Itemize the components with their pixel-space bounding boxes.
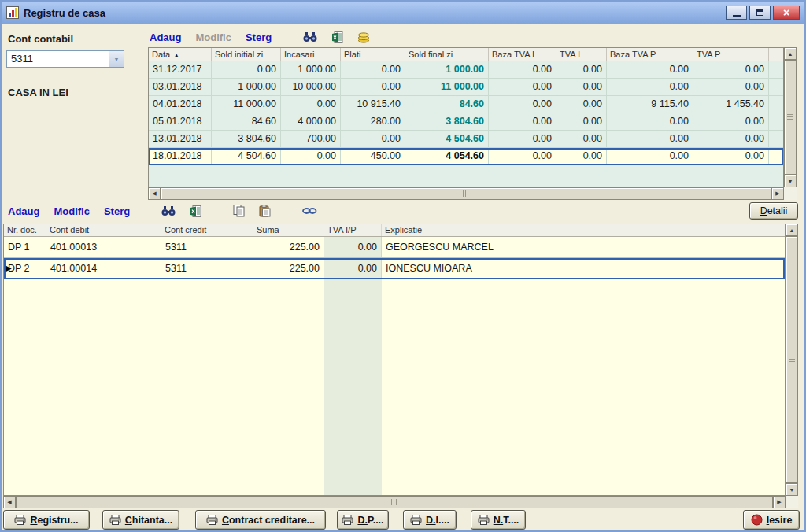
col-header-baza-tva-p[interactable]: Baza TVA P bbox=[607, 48, 693, 61]
col-header-explicatie[interactable]: Explicatie bbox=[382, 224, 785, 236]
scroll-left-button[interactable]: ◀ bbox=[3, 496, 16, 508]
scroll-right-button[interactable]: ▶ bbox=[771, 187, 784, 200]
arrow-down-icon: ▼ bbox=[789, 487, 795, 493]
add-link[interactable]: Adaug bbox=[150, 31, 181, 43]
print-contract-creditare-button[interactable]: Contract creditare... bbox=[195, 510, 326, 530]
paste-icon[interactable] bbox=[259, 205, 271, 217]
button-label: Chitanta... bbox=[125, 515, 172, 526]
table-row-selected[interactable]: ▶ DP 2 401.00014 5311 225.00 0.00 IONESC… bbox=[4, 258, 785, 279]
top-table-hscrollbar[interactable]: ◀ ▶ bbox=[148, 187, 784, 200]
account-combobox[interactable]: 5311 ▼ bbox=[6, 50, 124, 68]
cell: 5311 bbox=[161, 237, 253, 257]
col-header-plati[interactable]: Plati bbox=[341, 48, 405, 61]
edit-link[interactable]: Modific bbox=[195, 31, 231, 43]
edit-link[interactable]: Modific bbox=[54, 205, 90, 217]
scroll-up-button[interactable]: ▲ bbox=[786, 224, 798, 236]
scrollbar-corner bbox=[784, 187, 797, 200]
delete-link[interactable]: Sterg bbox=[104, 205, 130, 217]
col-header-tva-i[interactable]: TVA I bbox=[556, 48, 607, 61]
account-label: Cont contabil bbox=[8, 33, 73, 45]
cell: 0.00 bbox=[324, 258, 382, 279]
account-name-label: CASA IN LEI bbox=[8, 87, 68, 98]
col-header-baza-tva-i[interactable]: Baza TVA I bbox=[489, 48, 556, 61]
documents-hscrollbar[interactable]: ◀ ▶ bbox=[3, 496, 786, 508]
cell: 0.00 bbox=[556, 113, 607, 130]
details-button[interactable]: Detalii bbox=[749, 202, 798, 220]
cell: 0.00 bbox=[489, 79, 556, 95]
maximize-button[interactable] bbox=[749, 6, 771, 20]
combo-dropdown-button[interactable]: ▼ bbox=[109, 51, 124, 67]
documents-vscrollbar[interactable]: ▲ ▼ bbox=[786, 224, 798, 496]
scroll-down-button[interactable]: ▼ bbox=[786, 483, 798, 496]
cell: 0.00 bbox=[693, 148, 769, 164]
cash-coins-icon[interactable] bbox=[357, 31, 370, 43]
title-bar[interactable]: Registru de casa × bbox=[2, 2, 804, 24]
scroll-right-button[interactable]: ▶ bbox=[773, 496, 786, 508]
table-row[interactable]: 04.01.2018 11 000.00 0.00 10 915.40 84.6… bbox=[149, 96, 783, 113]
col-header-sold-initial[interactable]: Sold initial zi bbox=[212, 48, 281, 61]
excel-export-icon[interactable] bbox=[331, 31, 343, 43]
scroll-left-button[interactable]: ◀ bbox=[148, 187, 161, 200]
copy-icon[interactable] bbox=[233, 205, 245, 217]
excel-export-icon[interactable] bbox=[190, 205, 202, 217]
vscroll-thumb[interactable] bbox=[784, 60, 797, 175]
close-button[interactable]: × bbox=[773, 6, 800, 20]
scroll-up-button[interactable]: ▲ bbox=[784, 47, 797, 60]
thumb-grip bbox=[463, 190, 470, 197]
printer-icon bbox=[206, 515, 218, 525]
add-link[interactable]: Adaug bbox=[8, 205, 39, 217]
search-icon[interactable] bbox=[161, 205, 176, 216]
arrow-left-icon: ◀ bbox=[7, 499, 11, 505]
scroll-down-button[interactable]: ▼ bbox=[784, 175, 797, 187]
table-row-selected[interactable]: 18.01.2018 4 504.60 0.00 450.00 4 054.60… bbox=[149, 148, 783, 165]
app-icon[interactable] bbox=[6, 6, 19, 19]
cell: 0.00 bbox=[489, 148, 556, 164]
chevron-down-icon: ▼ bbox=[114, 57, 120, 62]
col-header-data[interactable]: Data▲ bbox=[149, 48, 212, 61]
col-header-cont-credit[interactable]: Cont credit bbox=[161, 224, 253, 236]
table-row[interactable]: DP 1 401.00013 5311 225.00 0.00 GEORGESC… bbox=[4, 237, 785, 258]
cell: GEORGESCU MARCEL bbox=[382, 237, 785, 257]
maximize-icon bbox=[756, 9, 763, 16]
print-nt-button[interactable]: N.T.... bbox=[471, 510, 526, 530]
exit-button[interactable]: Iesire bbox=[743, 510, 800, 530]
top-table-vscrollbar[interactable]: ▲ ▼ bbox=[784, 47, 797, 187]
col-header-sold-final[interactable]: Sold final zi bbox=[405, 48, 489, 61]
col-header-incasari[interactable]: Incasari bbox=[281, 48, 341, 61]
cell: 03.01.2018 bbox=[149, 79, 212, 95]
col-header-nr-doc[interactable]: Nr. doc. bbox=[4, 224, 46, 236]
hscroll-thumb[interactable] bbox=[161, 187, 771, 200]
documents-table-body: DP 1 401.00013 5311 225.00 0.00 GEORGESC… bbox=[4, 237, 785, 279]
documents-table-header: Nr. doc. Cont debit Cont credit Suma TVA… bbox=[4, 224, 785, 237]
col-header-cont-debit[interactable]: Cont debit bbox=[46, 224, 161, 236]
link-icon[interactable] bbox=[302, 206, 317, 216]
cell: 1 000.00 bbox=[212, 79, 281, 95]
printer-icon bbox=[342, 515, 353, 525]
cell: 0.00 bbox=[693, 79, 769, 95]
cell: 0.00 bbox=[556, 79, 607, 95]
account-code-value[interactable]: 5311 bbox=[7, 51, 109, 67]
table-row[interactable]: 31.12.2017 0.00 1 000.00 0.00 1 000.00 0… bbox=[149, 61, 783, 79]
delete-link[interactable]: Sterg bbox=[246, 31, 272, 43]
cell: 0.00 bbox=[281, 148, 341, 164]
col-header-suma[interactable]: Suma bbox=[253, 224, 324, 236]
minimize-button[interactable] bbox=[726, 6, 747, 20]
hscroll-thumb[interactable] bbox=[16, 496, 773, 508]
print-registru-button[interactable]: Registru... bbox=[3, 510, 90, 530]
col-header-tva-p[interactable]: TVA P bbox=[693, 48, 769, 61]
search-icon[interactable] bbox=[303, 31, 317, 42]
col-header-tva-ip[interactable]: TVA I/P bbox=[324, 224, 382, 236]
table-row[interactable]: 03.01.2018 1 000.00 10 000.00 0.00 11 00… bbox=[149, 79, 783, 96]
print-chitanta-button[interactable]: Chitanta... bbox=[102, 510, 179, 530]
print-di-button[interactable]: D.I.... bbox=[403, 510, 457, 530]
printer-icon bbox=[14, 515, 26, 525]
table-row[interactable]: 13.01.2018 3 804.60 700.00 0.00 4 504.60… bbox=[149, 131, 783, 148]
scrollbar-corner bbox=[786, 496, 798, 508]
cell: 05.01.2018 bbox=[149, 113, 212, 130]
table-row[interactable]: 05.01.2018 84.60 4 000.00 280.00 3 804.6… bbox=[149, 113, 783, 131]
cell: 0.00 bbox=[693, 61, 769, 78]
vscroll-thumb[interactable] bbox=[786, 236, 798, 483]
cell: 0.00 bbox=[489, 96, 556, 113]
cell: 10 915.40 bbox=[341, 96, 405, 113]
print-dp-button[interactable]: D.P.... bbox=[337, 510, 389, 530]
